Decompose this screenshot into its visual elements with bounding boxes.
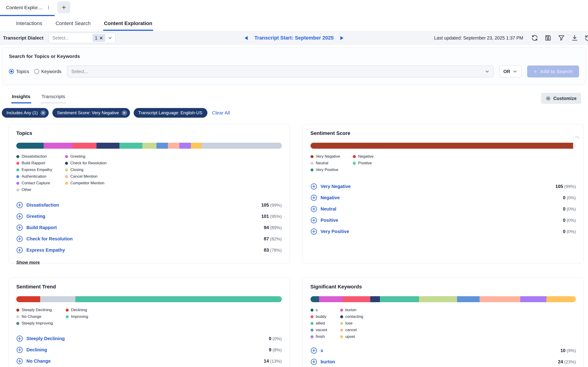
refresh-icon[interactable] [531,34,538,42]
expand-plus-icon[interactable] [310,206,317,212]
radio-topics[interactable]: Topics [9,69,29,74]
expand-plus-icon[interactable] [16,347,23,353]
period-label[interactable]: Transcript Start: September 2025 [254,35,334,41]
radio-selected-icon[interactable] [9,69,14,74]
expand-plus-icon[interactable] [310,194,317,201]
expand-plus-icon[interactable] [16,235,23,242]
dialect-selection-badge[interactable]: 1 [93,34,105,42]
expand-plus-icon[interactable] [310,347,317,354]
legend-dot-icon [310,168,313,171]
bar-segment [380,296,419,302]
row-label-link[interactable]: Very Negative [321,184,351,189]
nav-tab-interactions[interactable]: Interactions [16,16,42,31]
row-label-link[interactable]: Declining [26,347,47,352]
filter-chip-sentiment-score[interactable]: Sentiment Score: Very Negative [52,108,130,118]
legend-item: Closing [65,167,106,172]
keywords-stacked-bar [310,296,576,302]
customize-button[interactable]: Customize [541,93,581,104]
legend-dot-icon [310,322,313,325]
bar-segment [119,143,143,149]
topics-rows: Dissatisfaction 105(99%) Greeting 101(95… [16,200,282,256]
expand-plus-icon[interactable] [310,359,317,365]
expand-plus-icon[interactable] [310,228,317,235]
gear-icon [546,96,551,101]
bar-segment [457,296,480,302]
browser-tab[interactable]: Content Explor… [0,0,55,16]
row-label-link[interactable]: Check for Resolution [26,236,73,242]
tab-transcripts[interactable]: Transcripts [41,93,66,103]
row-label-link[interactable]: Neutral [321,206,336,212]
row-label-link[interactable]: Build Rapport [26,225,57,230]
legend-label: Neutral [316,161,328,166]
legend-label: lose [345,321,352,326]
expand-plus-icon[interactable] [310,183,317,190]
tab-insights[interactable]: Insights [11,93,31,103]
expand-plus-icon[interactable] [16,213,23,220]
filter-icon[interactable] [558,34,565,42]
sentiment-trend-stacked-bar [16,296,282,302]
table-row: s 10(9%) [310,345,576,356]
table-row: Very Positive 0(0%) [310,226,576,237]
operator-select[interactable]: OR [499,66,522,77]
legend-item: Contact Capture [16,181,52,185]
remove-filter-icon[interactable] [122,110,127,116]
row-label-link[interactable]: s [321,348,323,353]
keywords-rows: s 10(9%) burton 24(23%) buddy 29(27%) [310,345,576,367]
nav-tab-content-exploration[interactable]: Content Exploration [104,16,152,31]
row-label-link[interactable]: Greeting [26,214,45,219]
kebab-menu-icon[interactable] [46,5,51,10]
expand-plus-icon[interactable] [16,224,23,231]
bar-segment [16,143,44,149]
clear-all-link[interactable]: Clear All [212,110,230,116]
save-icon[interactable] [544,34,552,42]
undo-icon[interactable] [584,34,588,42]
expand-plus-icon[interactable] [16,358,23,365]
row-label-link[interactable]: Very Positive [321,229,349,234]
legend-label: s [316,308,318,312]
legend-dot-icon [340,335,343,338]
legend-item: Greeting [65,154,106,159]
legend-label: contacting [345,314,363,319]
previous-period-icon[interactable] [244,36,248,40]
legend-label: cancel [345,328,357,332]
keywords-legend: sburtonbuddycontactingalliedlosevacantca… [310,308,576,339]
clear-selection-icon[interactable] [99,36,103,40]
remove-filter-icon[interactable] [41,110,46,116]
legend-item: s [310,308,327,312]
bar-segment [44,143,73,149]
show-more-link[interactable]: Show more [16,260,40,265]
radio-keywords[interactable]: Keywords [34,69,62,74]
expand-plus-icon[interactable] [16,202,23,209]
legend-dot-icon [340,322,343,325]
bar-segment [73,143,97,149]
next-period-icon[interactable] [340,36,344,40]
legend-dot-icon [65,175,68,178]
topics-legend: DissatisfactionGreetingBuild RapportChec… [16,154,282,192]
expand-plus-icon[interactable] [16,247,23,253]
row-label-link[interactable]: Negative [321,195,340,200]
expand-plus-icon[interactable] [310,217,317,224]
bar-segment [202,143,282,149]
filter-chip-transcript-language[interactable]: Transcript Language: English-US [134,108,207,118]
row-label-link[interactable]: burton [321,359,335,365]
row-label-link[interactable]: No Change [26,359,51,364]
topics-select[interactable]: Select... [67,66,494,77]
row-label-link[interactable]: Dissatisfaction [26,202,59,208]
new-tab-button[interactable]: + [57,1,70,13]
transcript-dialect-select[interactable]: Select... 1 [49,33,115,43]
filter-chip-includes-any[interactable]: Includes Any (1) [2,108,49,118]
nav-tab-content-search[interactable]: Content Search [56,16,91,31]
legend-dot-icon [65,162,68,165]
table-row: No Change 14(13%) [16,356,282,367]
search-type-radio-group: Topics Keywords [9,69,62,74]
download-icon[interactable] [571,34,578,42]
bar-segment [97,143,119,149]
legend-dot-icon [65,168,68,171]
row-label-link[interactable]: Express Empathy [26,248,65,253]
expand-plus-icon[interactable] [16,335,23,342]
add-to-search-button[interactable]: + Add to Search [527,66,579,77]
legend-item: Competitor Mention [65,181,106,185]
row-label-link[interactable]: Steeply Declining [26,336,65,341]
radio-unselected-icon[interactable] [34,69,39,74]
row-label-link[interactable]: Positive [321,218,338,223]
